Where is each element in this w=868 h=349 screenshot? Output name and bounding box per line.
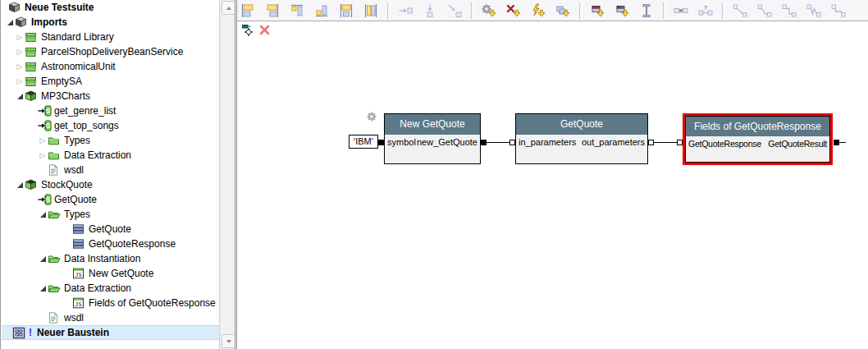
expand-arrow[interactable]: ▷ bbox=[38, 148, 48, 163]
svg-text:JS: JS bbox=[75, 301, 81, 308]
diagram-panel: ? bbox=[237, 0, 868, 349]
output-port-label: out_parameters bbox=[582, 137, 645, 147]
tree-item-astronomicalunit[interactable]: ▷ AstronomicalUnit bbox=[2, 59, 219, 74]
collapse-arrow[interactable] bbox=[15, 177, 25, 192]
tree-item-wsdl[interactable]: wsdl bbox=[2, 163, 219, 177]
block-new-getquote[interactable]: New GetQuote symbol new_GetQuote bbox=[384, 113, 481, 164]
expand-arrow[interactable]: ▷ bbox=[38, 133, 48, 148]
tree-item-label: Types bbox=[64, 207, 90, 222]
tree-item-stockquote[interactable]: StockQuote bbox=[2, 177, 219, 192]
tree-item-neuer-baustein[interactable]: !Neuer Baustein bbox=[2, 325, 219, 340]
folder-closed-icon bbox=[48, 149, 62, 161]
line-bend-icon[interactable] bbox=[756, 2, 773, 19]
gear-icon bbox=[366, 111, 377, 125]
tree-item-new-getquote[interactable]: JSNew GetQuote bbox=[2, 266, 219, 281]
output-pin[interactable] bbox=[481, 140, 487, 145]
tree-item-data-instantiation[interactable]: Data Instantiation bbox=[2, 251, 219, 266]
expand-arrow[interactable]: ▷ bbox=[15, 30, 25, 44]
tree-item-types[interactable]: Types bbox=[2, 207, 219, 222]
align-left-icon[interactable] bbox=[240, 2, 256, 19]
import-cube-green-icon bbox=[25, 90, 39, 102]
line-ortho-icon[interactable] bbox=[830, 2, 847, 19]
library-package-icon bbox=[25, 76, 39, 87]
tree-item-standard-library[interactable]: ▷ Standard Library bbox=[2, 30, 219, 44]
block-fields-of-getquoteresponse-selected[interactable]: Fields of GetQuoteResponse GetQuoteRespo… bbox=[685, 116, 830, 163]
tree-item-neue-testsuite[interactable]: Neue Testsuite bbox=[2, 0, 219, 15]
breakpoint-set-icon[interactable] bbox=[589, 2, 605, 19]
tree-item-getquoteresponse[interactable]: GetQuoteResponse bbox=[2, 236, 219, 251]
connection-wire[interactable] bbox=[654, 142, 677, 143]
folder-open-icon bbox=[48, 209, 62, 220]
js-block-icon: JS bbox=[72, 268, 87, 279]
triangle-down-icon bbox=[226, 340, 231, 343]
output-pin[interactable] bbox=[648, 140, 654, 145]
connection-wire[interactable] bbox=[839, 142, 846, 143]
collapse-arrow[interactable] bbox=[38, 281, 48, 296]
align-right-icon[interactable] bbox=[264, 2, 281, 19]
move-block-icon[interactable] bbox=[242, 24, 255, 37]
line-step-icon[interactable] bbox=[781, 2, 797, 19]
collapse-arrow[interactable] bbox=[38, 207, 48, 222]
expand-arrow[interactable]: ▷ bbox=[15, 59, 25, 74]
connection-wire[interactable] bbox=[487, 142, 509, 143]
js-block-icon: JS bbox=[72, 297, 87, 309]
block-step-icon[interactable] bbox=[555, 2, 571, 19]
quick-step-icon[interactable] bbox=[530, 2, 546, 19]
attach-bottom-icon[interactable] bbox=[422, 2, 438, 19]
import-cube-green-icon bbox=[25, 179, 39, 191]
tree-item-get-top-songs[interactable]: Sget_top_songs bbox=[2, 118, 219, 133]
tree-item-getquote[interactable]: SGetQuote bbox=[2, 192, 219, 207]
tree-item-wsdl[interactable]: wsdl bbox=[2, 310, 219, 325]
block-getquote[interactable]: GetQuote in_parameters out_parameters bbox=[515, 113, 648, 164]
tree-item-parcelshopdeliverybeanservice[interactable]: ▷ ParcelShopDeliveryBeanService bbox=[2, 44, 219, 59]
tree-item-types[interactable]: ▷ Types bbox=[2, 133, 219, 148]
output-pin[interactable] bbox=[834, 140, 839, 145]
align-center-icon[interactable] bbox=[363, 2, 379, 19]
collapse-arrow[interactable] bbox=[15, 89, 25, 103]
input-pin[interactable] bbox=[677, 140, 683, 145]
attach-right-icon[interactable] bbox=[397, 2, 413, 19]
input-port-label: symbol bbox=[387, 137, 416, 147]
gear-step-icon[interactable] bbox=[481, 2, 497, 19]
tree-item-get-genre-list[interactable]: Sget_genre_list bbox=[2, 103, 219, 118]
align-bottom-icon[interactable] bbox=[313, 2, 330, 19]
tree-item-imports[interactable]: Imports bbox=[2, 15, 219, 30]
expand-arrow[interactable]: ▷ bbox=[15, 74, 25, 89]
tree-scrollbar[interactable] bbox=[220, 0, 235, 349]
abort-step-icon[interactable] bbox=[505, 2, 522, 19]
delete-selection-icon[interactable] bbox=[258, 24, 272, 37]
align-top-icon[interactable] bbox=[289, 2, 305, 19]
vertical-resize-icon[interactable] bbox=[638, 2, 655, 19]
scrollbar-up-button[interactable] bbox=[222, 1, 235, 15]
align-middle-icon[interactable] bbox=[338, 2, 354, 19]
constant-value-box[interactable]: 'IBM' bbox=[349, 135, 378, 149]
collapse-arrow[interactable] bbox=[38, 251, 48, 266]
breakpoint-clear-icon[interactable] bbox=[614, 2, 630, 19]
collapse-arrow[interactable] bbox=[5, 15, 15, 30]
tree-item-emptysa[interactable]: ▷ EmptySA bbox=[2, 74, 219, 89]
diagram-canvas[interactable] bbox=[237, 21, 868, 349]
line-direct-icon[interactable] bbox=[732, 2, 748, 19]
svg-text:?: ? bbox=[704, 3, 708, 11]
remove-connection-icon[interactable] bbox=[673, 2, 689, 19]
tree-item-data-extraction[interactable]: Data Extraction bbox=[2, 281, 219, 296]
tree-item-getquote[interactable]: GetQuote bbox=[2, 222, 219, 236]
svg-text:JS: JS bbox=[75, 272, 81, 278]
tree-item-mp3charts[interactable]: MP3Charts bbox=[2, 89, 219, 103]
toolbar-separator bbox=[663, 2, 666, 19]
folder-open-icon bbox=[48, 253, 62, 264]
struct-type-icon bbox=[72, 223, 87, 235]
tree-item-fields-of-getquoteresponse[interactable]: JSFields of GetQuoteResponse bbox=[2, 296, 219, 310]
attach-diagonal-icon[interactable] bbox=[446, 2, 463, 19]
expand-arrow[interactable]: ▷ bbox=[15, 44, 25, 59]
tree-item-data-extraction[interactable]: ▷ Data Extraction bbox=[2, 148, 219, 163]
input-pin[interactable] bbox=[378, 140, 384, 145]
input-port-label: in_parameters bbox=[519, 137, 576, 147]
line-zigzag-icon[interactable] bbox=[806, 2, 822, 19]
scrollbar-down-button[interactable] bbox=[222, 334, 235, 348]
query-connection-icon[interactable]: ? bbox=[697, 2, 714, 19]
input-pin[interactable] bbox=[509, 140, 515, 145]
tree-item-label: Neuer Baustein bbox=[37, 325, 109, 340]
tree-item-label: Data Extraction bbox=[64, 148, 131, 163]
tree-item-label: Standard Library bbox=[41, 30, 114, 44]
